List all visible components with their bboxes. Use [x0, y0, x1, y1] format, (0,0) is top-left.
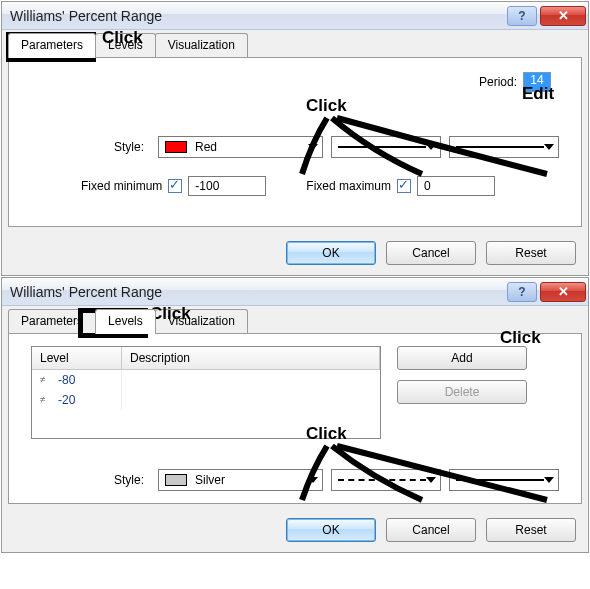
table-header: Level Description	[32, 347, 380, 370]
style-color-dropdown[interactable]: Red	[158, 136, 323, 158]
titlebar: Williams' Percent Range ? ✕	[2, 278, 588, 306]
close-icon: ✕	[558, 8, 569, 23]
fixed-max-input[interactable]: 0	[417, 176, 495, 196]
help-button[interactable]: ?	[507, 282, 537, 302]
table-row[interactable]: ≠-20	[32, 390, 380, 410]
line-pattern-icon	[338, 146, 426, 148]
style-pattern-dropdown[interactable]	[331, 469, 441, 491]
close-icon: ✕	[558, 284, 569, 299]
help-icon: ?	[518, 285, 525, 299]
help-button[interactable]: ?	[507, 6, 537, 26]
window-title: Williams' Percent Range	[10, 284, 507, 300]
tab-levels[interactable]: Levels	[95, 309, 156, 334]
period-label: Period:	[479, 75, 517, 89]
style-color-dropdown[interactable]: Silver	[158, 469, 323, 491]
cancel-button[interactable]: Cancel	[386, 518, 476, 542]
line-pattern-icon	[338, 479, 426, 481]
chevron-down-icon	[544, 144, 554, 150]
tab-body-levels: Level Description ≠-80 ≠-20 Add Delete S	[8, 333, 582, 504]
dialog-parameters: Williams' Percent Range ? ✕ Parameters L…	[1, 1, 589, 276]
style-pattern-dropdown[interactable]	[331, 136, 441, 158]
style-color-name: Silver	[195, 473, 225, 487]
chevron-down-icon	[426, 477, 436, 483]
reset-button[interactable]: Reset	[486, 518, 576, 542]
chevron-down-icon	[308, 477, 318, 483]
button-bar: OK Cancel Reset	[2, 233, 588, 275]
period-input[interactable]: 14	[523, 72, 551, 92]
cancel-button[interactable]: Cancel	[386, 241, 476, 265]
window-title: Williams' Percent Range	[10, 8, 507, 24]
table-row[interactable]: ≠-80	[32, 370, 380, 390]
color-swatch-icon	[165, 141, 187, 153]
levels-table: Level Description ≠-80 ≠-20	[31, 346, 381, 439]
color-swatch-icon	[165, 474, 187, 486]
level-icon: ≠	[40, 376, 54, 384]
tab-body-parameters: Period: 14 Style: Red Fixed minimum	[8, 57, 582, 227]
titlebar: Williams' Percent Range ? ✕	[2, 2, 588, 30]
close-button[interactable]: ✕	[540, 6, 586, 26]
tab-visualization[interactable]: Visualization	[155, 309, 248, 333]
delete-button[interactable]: Delete	[397, 380, 527, 404]
tab-parameters[interactable]: Parameters	[8, 33, 96, 58]
close-button[interactable]: ✕	[540, 282, 586, 302]
level-desc	[122, 390, 380, 410]
fixed-max-label: Fixed maximum	[306, 179, 391, 193]
dialog-levels: Williams' Percent Range ? ✕ Parameters L…	[1, 277, 589, 553]
ok-button[interactable]: OK	[286, 241, 376, 265]
fixed-min-label: Fixed minimum	[81, 179, 162, 193]
level-icon: ≠	[40, 396, 54, 404]
line-thickness-icon	[456, 479, 544, 481]
chevron-down-icon	[308, 144, 318, 150]
line-thickness-icon	[456, 146, 544, 148]
fixed-min-checkbox[interactable]	[168, 179, 182, 193]
col-level[interactable]: Level	[32, 347, 122, 369]
level-value: -80	[58, 373, 75, 387]
button-bar: OK Cancel Reset	[2, 510, 588, 552]
fixed-max-checkbox[interactable]	[397, 179, 411, 193]
chevron-down-icon	[544, 477, 554, 483]
tab-strip: Parameters Levels Visualization	[2, 30, 588, 57]
style-thickness-dropdown[interactable]	[449, 469, 559, 491]
style-label: Style:	[114, 473, 144, 487]
col-description[interactable]: Description	[122, 347, 380, 369]
add-button[interactable]: Add	[397, 346, 527, 370]
tab-levels[interactable]: Levels	[95, 33, 156, 57]
level-value: -20	[58, 393, 75, 407]
tab-strip: Parameters Levels Visualization	[2, 306, 588, 333]
chevron-down-icon	[426, 144, 436, 150]
tab-visualization[interactable]: Visualization	[155, 33, 248, 57]
ok-button[interactable]: OK	[286, 518, 376, 542]
level-desc	[122, 370, 380, 390]
reset-button[interactable]: Reset	[486, 241, 576, 265]
help-icon: ?	[518, 9, 525, 23]
fixed-min-input[interactable]: -100	[188, 176, 266, 196]
style-label: Style:	[114, 140, 144, 154]
style-thickness-dropdown[interactable]	[449, 136, 559, 158]
style-color-name: Red	[195, 140, 217, 154]
tab-parameters[interactable]: Parameters	[8, 309, 96, 333]
